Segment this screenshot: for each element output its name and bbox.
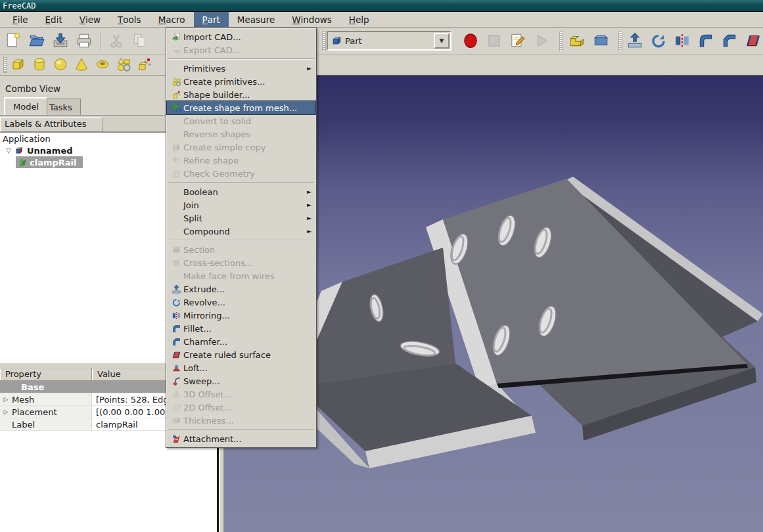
tree-item-clamprail[interactable]: clampRail [16,156,83,168]
shape-from-mesh-icon [169,103,183,113]
macro-edit-button[interactable] [507,31,528,52]
part-misc-toolbar [566,31,611,52]
fillet-button[interactable] [695,31,716,52]
menu-item-create-primitives[interactable]: Create primitives... [167,75,315,88]
menubar-item-file[interactable]: File [4,12,37,27]
tree-document-label: Unnamed [27,146,73,156]
menu-item-split[interactable]: Split► [167,211,315,225]
menu-item-section: Section [167,243,315,256]
menubar-item-edit[interactable]: Edit [37,12,71,27]
menubar-item-measure[interactable]: Measure [229,12,283,27]
menu-item-mirroring[interactable]: Mirroring... [167,309,315,322]
toolbar-handle[interactable] [618,32,622,51]
menu-item-label: Fillet... [183,324,313,334]
menu-item-label: 3D Offset... [183,389,313,399]
new-file-button[interactable] [3,31,24,52]
menubar-item-windows[interactable]: Windows [283,12,340,27]
window-title: FreeCAD [0,0,763,12]
menu-item-label: Split [183,213,307,223]
torus-button[interactable] [93,56,112,74]
workbench-selector[interactable]: Part ▼ [327,31,451,51]
record-icon [462,32,479,51]
import-cad-icon [169,32,183,42]
menubar-item-help[interactable]: Help [340,12,378,27]
menubar-item-macro[interactable]: Macro [150,12,194,27]
revolve-icon [650,32,667,51]
window-titlebar[interactable]: FreeCAD [0,0,763,12]
revolve-button[interactable] [648,31,669,52]
tree-header-button[interactable]: Labels & Attributes [0,117,103,132]
toolbar-handle[interactable] [3,56,7,73]
cone-button[interactable] [72,56,91,74]
chamfer-icon [169,337,183,347]
menu-item-chamfer[interactable]: Chamfer... [167,335,315,348]
extrude-icon [169,284,183,294]
save-icon [52,32,69,51]
box-icon [11,56,26,74]
box-button[interactable] [9,56,28,74]
mirror-button[interactable] [672,31,693,52]
menu-item-create-ruled-surface[interactable]: Create ruled surface [167,348,315,361]
menu-item-label: Refine shape [183,156,313,166]
chevron-down-icon[interactable]: ▼ [434,33,450,49]
toolbar-handle[interactable] [559,32,563,51]
compound-button[interactable] [590,31,611,52]
offset-2d-icon [169,403,183,412]
menu-item-make-face-from-wires: Make face from wires [167,269,315,282]
expander-icon[interactable]: ▷ [0,409,12,415]
shape-builder-icon [137,56,152,74]
torus-icon [95,56,110,74]
compound-icon [592,32,609,51]
menubar-item-view[interactable]: View [71,12,109,27]
menubar-item-part[interactable]: Part [194,12,229,27]
menu-item-label: Compound [183,227,307,236]
attachment-icon [169,434,183,444]
menu-item-primitives[interactable]: Primitives► [167,62,315,75]
shape-builder-button[interactable] [135,56,154,74]
menu-item-boolean[interactable]: Boolean► [167,185,315,198]
menu-item-label: Export CAD... [183,45,313,55]
property-name: Placement [12,407,57,417]
menubar: FileEditViewToolsMacroPartMeasureWindows… [0,12,763,28]
offset-3d-icon [169,389,183,399]
menu-item-extrude[interactable]: Extrude... [167,282,315,296]
menu-item-label: Import CAD... [183,32,313,42]
menu-item-attachment[interactable]: Attachment... [167,432,315,445]
save-button[interactable] [50,31,71,52]
menu-item-label: Cross-sections... [183,258,313,268]
record-button[interactable] [460,31,481,52]
extrude-button[interactable] [624,31,645,52]
print-button[interactable] [74,31,95,52]
chamfer-button[interactable] [719,31,740,52]
sphere-button[interactable] [51,56,70,74]
expander-icon[interactable]: ▷ [0,396,12,403]
menu-item-join[interactable]: Join► [167,198,315,211]
menu-item-label: Create primitives... [183,77,313,87]
menu-item-import-cad[interactable]: Import CAD... [167,30,315,43]
toolbar-handle[interactable] [322,32,326,51]
menu-item-compound[interactable]: Compound► [167,225,315,238]
menu-item-loft[interactable]: Loft... [167,361,315,374]
thickness-icon [169,416,183,426]
tab-model[interactable]: Model [4,97,47,115]
tree-clamprail-label: clampRail [30,158,76,167]
menu-item-revolve[interactable]: Revolve... [167,296,315,309]
cross-sections-icon [169,258,183,268]
menu-item-shape-builder[interactable]: Shape builder... [167,88,315,101]
mirror-icon [169,311,183,321]
part-boolean-button[interactable] [566,31,588,52]
menubar-item-tools[interactable]: Tools [109,12,150,27]
menu-item-label: Primitives [183,64,307,74]
create-primitives-button[interactable] [114,56,133,74]
menu-separator [167,56,315,62]
menu-item-sweep[interactable]: Sweep... [167,374,315,388]
menu-item-label: Thickness... [183,416,313,426]
menu-item-fillet[interactable]: Fillet... [167,322,315,335]
open-folder-button[interactable] [26,31,47,52]
cylinder-button[interactable] [30,56,49,74]
cylinder-icon [32,56,47,74]
expander-open-icon[interactable]: ▽ [4,147,13,154]
property-column-header[interactable]: Property [0,368,92,380]
ruled-surface-button[interactable] [743,31,763,52]
menu-item-create-shape-from-mesh[interactable]: Create shape from mesh... [167,101,315,114]
